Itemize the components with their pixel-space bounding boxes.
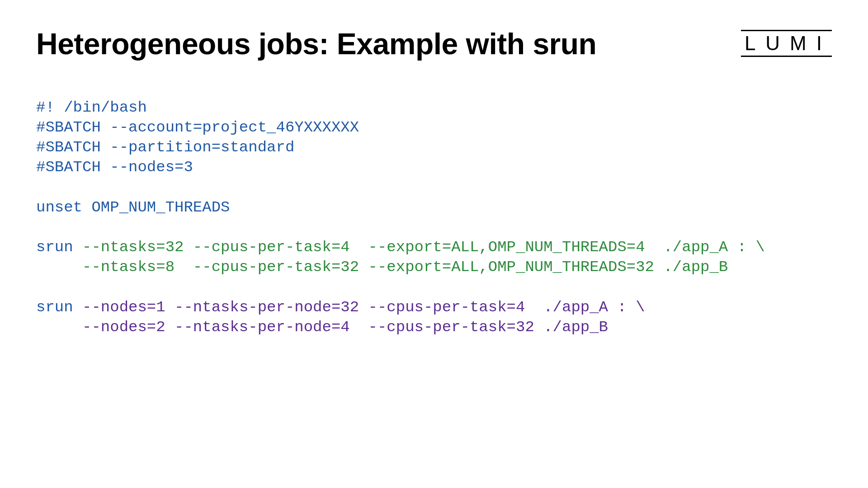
code-sbatch-nodes: #SBATCH --nodes=3 (36, 159, 193, 176)
code-srun2-cmd: srun (36, 299, 82, 316)
code-srun2-argsB: --nodes=2 --ntasks-per-node=4 --cpus-per… (36, 319, 608, 336)
code-srun1-argsA: --ntasks=32 --cpus-per-task=4 --export=A… (82, 239, 765, 256)
code-sbatch-account: #SBATCH --account=project_46YXXXXXX (36, 119, 359, 136)
slide: Heterogeneous jobs: Example with srun LU… (0, 0, 868, 488)
code-shebang: #! /bin/bash (36, 99, 147, 116)
slide-header: Heterogeneous jobs: Example with srun LU… (36, 27, 832, 61)
code-srun1-argsB: --ntasks=8 --cpus-per-task=32 --export=A… (36, 258, 728, 276)
code-srun2-argsA: --nodes=1 --ntasks-per-node=32 --cpus-pe… (82, 299, 645, 316)
code-srun1-cmd: srun (36, 239, 82, 256)
code-block: #! /bin/bash #SBATCH --account=project_4… (36, 98, 832, 337)
lumi-logo: LUMI (741, 30, 832, 57)
code-sbatch-partition: #SBATCH --partition=standard (36, 139, 294, 156)
slide-title: Heterogeneous jobs: Example with srun (36, 27, 596, 61)
code-unset: unset OMP_NUM_THREADS (36, 199, 230, 216)
